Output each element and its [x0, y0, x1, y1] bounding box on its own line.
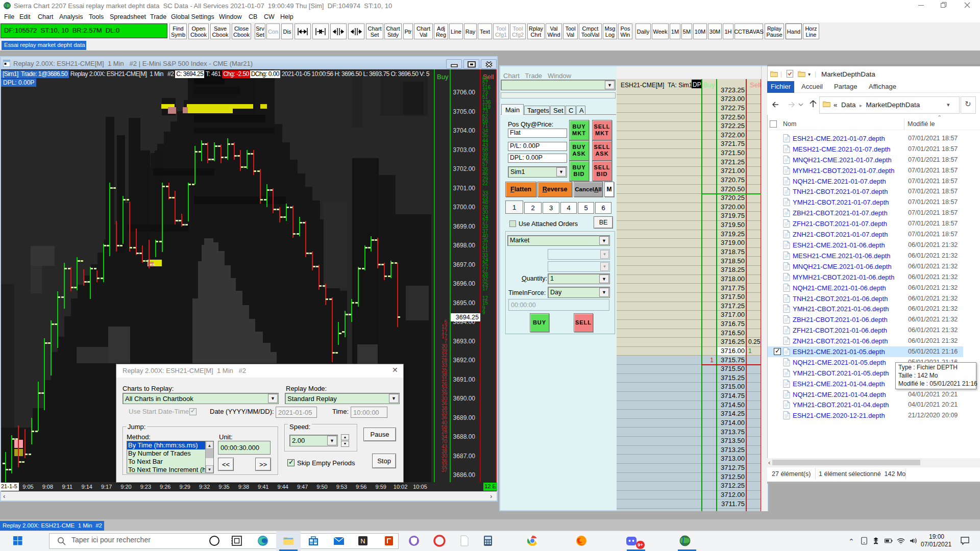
svg-text:3716.00: 3716.00: [721, 347, 745, 355]
svg-text:3716.50: 3716.50: [721, 329, 745, 337]
svg-text:3720.25: 3720.25: [721, 194, 745, 202]
svg-text:Sell: Sell: [750, 81, 761, 89]
svg-text:3706.00: 3706.00: [453, 89, 476, 96]
svg-text:3687.00: 3687.00: [453, 453, 476, 460]
svg-text:DP: DP: [693, 81, 701, 88]
svg-text:3718.25: 3718.25: [721, 266, 745, 273]
svg-text:3721.75: 3721.75: [721, 140, 745, 147]
svg-text:3721.50: 3721.50: [721, 149, 745, 157]
svg-text:3718.00: 3718.00: [721, 275, 745, 283]
svg-text:3714.75: 3714.75: [721, 392, 745, 399]
svg-text:3722.75: 3722.75: [721, 104, 745, 112]
svg-text:3693.00: 3693.00: [453, 338, 476, 345]
svg-text:60: 60: [482, 76, 488, 81]
svg-text:3691.00: 3691.00: [453, 376, 476, 383]
svg-text:3714.50: 3714.50: [721, 401, 745, 409]
svg-text:3719.75: 3719.75: [721, 212, 745, 219]
svg-text:3698.00: 3698.00: [453, 242, 476, 249]
svg-text:3712.50: 3712.50: [721, 473, 745, 481]
svg-text:3722.25: 3722.25: [721, 122, 745, 130]
svg-text:3697.00: 3697.00: [453, 261, 476, 268]
svg-text:3721.00: 3721.00: [721, 167, 745, 174]
svg-text:3720.00: 3720.00: [721, 203, 745, 211]
svg-text:3718.50: 3718.50: [721, 257, 745, 265]
svg-text:3704.00: 3704.00: [453, 127, 476, 134]
svg-text:3717.50: 3717.50: [721, 293, 745, 300]
svg-text:17: 17: [482, 286, 488, 291]
svg-text:3720.75: 3720.75: [721, 176, 745, 184]
svg-text:3715.75: 3715.75: [721, 356, 745, 364]
svg-text:Buy: Buy: [437, 73, 449, 81]
svg-text:3715.00: 3715.00: [721, 383, 745, 390]
svg-text:3700.00: 3700.00: [453, 204, 476, 211]
svg-text:3713.50: 3713.50: [721, 437, 745, 444]
svg-text:3712.75: 3712.75: [721, 464, 745, 471]
svg-text:3713.25: 3713.25: [721, 446, 745, 454]
svg-text:3696.00: 3696.00: [453, 280, 476, 287]
svg-text:3719.00: 3719.00: [721, 239, 745, 246]
svg-text:3702.00: 3702.00: [453, 165, 476, 172]
svg-text:3716.25: 3716.25: [721, 338, 745, 345]
svg-text:3722.50: 3722.50: [721, 113, 745, 121]
svg-text:3715.50: 3715.50: [721, 365, 745, 372]
svg-text:3712.25: 3712.25: [721, 482, 745, 489]
svg-text:0.25: 0.25: [748, 338, 761, 345]
svg-text:1: 1: [710, 357, 714, 364]
svg-text:3721.25: 3721.25: [721, 158, 745, 166]
svg-text:3692.00: 3692.00: [453, 357, 476, 364]
svg-text:3715.25: 3715.25: [721, 374, 745, 382]
svg-text:3717.00: 3717.00: [721, 311, 745, 318]
svg-text:22: 22: [482, 181, 488, 186]
svg-text:9: 9: [482, 310, 485, 315]
svg-text:Buy: Buy: [703, 81, 715, 89]
svg-text:ESH21-CME[M] TA: Sim1: ESH21-CME[M] TA: Sim1: [621, 82, 693, 89]
svg-text:3714.00: 3714.00: [721, 419, 745, 427]
svg-text:3714.25: 3714.25: [721, 410, 745, 417]
svg-text:3718.75: 3718.75: [721, 248, 745, 256]
svg-text:3686.00: 3686.00: [453, 471, 476, 479]
svg-text:3699.00: 3699.00: [453, 223, 476, 230]
svg-text:3712.00: 3712.00: [721, 491, 745, 498]
svg-text:1: 1: [748, 347, 752, 355]
svg-text:3690.00: 3690.00: [453, 395, 476, 402]
svg-text:3723.00: 3723.00: [721, 95, 745, 103]
svg-text:3703.00: 3703.00: [453, 146, 476, 154]
svg-text:37: 37: [442, 467, 448, 473]
svg-text:3713.75: 3713.75: [721, 428, 745, 436]
svg-text:3723.25: 3723.25: [721, 86, 745, 94]
svg-text:3716.75: 3716.75: [721, 320, 745, 328]
svg-text:3695.00: 3695.00: [453, 299, 476, 307]
svg-text:3717.75: 3717.75: [721, 284, 745, 292]
svg-text:3722.00: 3722.00: [721, 131, 745, 139]
svg-text:3719.50: 3719.50: [721, 221, 745, 229]
svg-text:N: N: [360, 537, 365, 545]
svg-text:3689.00: 3689.00: [453, 414, 476, 421]
svg-text:3719.25: 3719.25: [721, 230, 745, 238]
svg-text:3711.75: 3711.75: [721, 500, 745, 508]
svg-text:3694.25: 3694.25: [456, 314, 479, 321]
svg-text:3701.00: 3701.00: [453, 185, 476, 192]
svg-text:3717.25: 3717.25: [721, 302, 745, 310]
svg-text:3705.00: 3705.00: [453, 108, 476, 115]
svg-text:3688.00: 3688.00: [453, 433, 476, 440]
svg-text:3713.00: 3713.00: [721, 455, 745, 462]
svg-text:3720.50: 3720.50: [721, 185, 745, 193]
